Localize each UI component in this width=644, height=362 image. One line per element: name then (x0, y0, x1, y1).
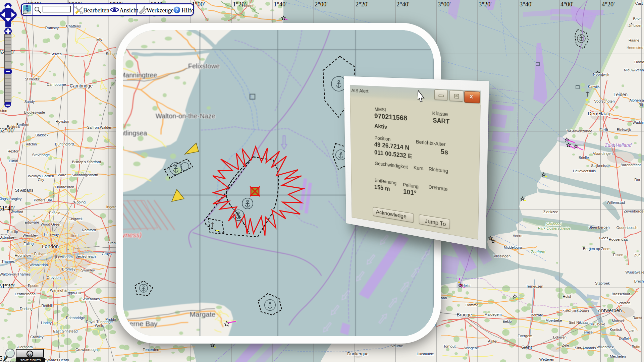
svg-text:Aalter: Aalter (488, 339, 498, 343)
svg-text:Kontich: Kontich (610, 327, 622, 331)
svg-text:Lier: Lier (629, 328, 635, 333)
svg-text:Katwijk: Katwijk (588, 84, 600, 88)
svg-text:Margate: Margate (190, 310, 215, 318)
svg-text:Vlaardingen: Vlaardingen (593, 152, 613, 156)
svg-text:Heist: Heist (462, 284, 470, 288)
svg-text:Hulst: Hulst (562, 294, 571, 298)
svg-text:1°40': 1°40' (274, 1, 286, 8)
svg-text:2°40': 2°40' (396, 1, 409, 8)
svg-text:Ruislip: Ruislip (7, 230, 18, 234)
svg-text:Bishop's Stortford: Bishop's Stortford (72, 160, 101, 164)
svg-text:Ware: Ware (58, 173, 66, 177)
svg-text:Veere: Veere (513, 234, 523, 238)
svg-text:Steenbergen: Steenbergen (589, 225, 610, 229)
svg-text:Hellevoetsluis: Hellevoetsluis (573, 169, 596, 173)
svg-text:Willebroek: Willebroek (596, 345, 614, 349)
svg-text:St Albans: St Albans (15, 188, 34, 193)
svg-text:Cambridge: Cambridge (70, 83, 93, 88)
svg-text:Zelzate: Zelzate (531, 313, 543, 317)
svg-text:Walton-on-Thames: Walton-on-Thames (0, 272, 31, 276)
svg-text:Ealing: Ealing (23, 242, 34, 246)
svg-text:Bexleyheath: Bexleyheath (75, 254, 96, 258)
svg-text:Sandy: Sandy (24, 100, 35, 104)
svg-text:Romford: Romford (82, 228, 96, 232)
svg-text:Waddin: Waddin (633, 120, 644, 124)
svg-text:Beve: Beve (633, 17, 641, 21)
svg-text:Sint-Gillis-Waas: Sint-Gillis-Waas (563, 309, 589, 313)
svg-text:Hexton: Hexton (8, 149, 19, 153)
svg-text:Noordwijk: Noordwijk (593, 72, 609, 76)
svg-text:Horley: Horley (41, 321, 52, 325)
svg-text:Kings Langley: Kings Langley (0, 197, 22, 201)
svg-text:Voorschoten: Voorschoten (594, 99, 614, 103)
svg-text:Stevenage: Stevenage (32, 153, 50, 157)
svg-text:Hoddesdon: Hoddesdon (55, 185, 74, 189)
svg-text:Wimbledon: Wimbledon (29, 263, 48, 267)
svg-text:Ranst: Ranst (633, 316, 642, 320)
svg-text:ryness): ryness) (123, 231, 142, 239)
svg-text:Zeeland: Zeeland (530, 250, 545, 254)
svg-text:51°20': 51°20' (0, 283, 15, 290)
svg-text:Uxbridge: Uxbridge (0, 235, 14, 239)
svg-text:Tenterden: Tenterden (143, 348, 159, 352)
svg-text:?: ? (176, 7, 178, 13)
svg-text:cc: cc (28, 352, 32, 356)
svg-text:Wembley: Wembley (22, 233, 38, 237)
svg-text:Mortsel: Mortsel (612, 319, 624, 323)
svg-text:3°40': 3°40' (520, 1, 532, 8)
svg-text:Sint-Amands: Sint-Amands (575, 346, 596, 350)
svg-text:Brech: Brech (634, 279, 644, 283)
svg-text:Crawley: Crawley (30, 335, 44, 339)
svg-text:Manningtree: Manningtree (123, 71, 157, 79)
svg-text:Vlissingen: Vlissingen (494, 254, 511, 258)
svg-text:Hitchin: Hitchin (25, 142, 37, 146)
svg-text:Eeklo: Eeklo (502, 319, 512, 323)
svg-text:Leatherhead: Leatherhead (15, 292, 36, 296)
svg-text:London: London (42, 243, 59, 249)
svg-text:Maldegem: Maldegem (484, 312, 501, 316)
svg-text:Heemsted: Heemsted (627, 46, 643, 50)
svg-text:Zierikzee: Zierikzee (543, 210, 558, 214)
svg-text:3°00': 3°00' (438, 1, 450, 8)
svg-text:Edenbridge: Edenbridge (66, 316, 85, 320)
svg-text:Holloway: Holloway (44, 233, 59, 237)
svg-text:East Grinstead: East Grinstead (53, 329, 78, 333)
svg-text:Ramsey: Ramsey (45, 26, 59, 30)
svg-text:Horsham: Horsham (18, 345, 33, 349)
svg-text:Baldock: Baldock (35, 133, 49, 137)
svg-text:Evergem: Evergem (518, 334, 532, 338)
svg-text:Bromley: Bromley (62, 267, 76, 271)
svg-text:'s-Gravenzande: 's-Gravenzande (566, 129, 592, 133)
svg-text:2°20': 2°20' (356, 1, 368, 8)
svg-text:Herne Bay: Herne Bay (124, 320, 158, 327)
svg-text:Saffron Walden: Saffron Walden (87, 125, 112, 129)
svg-text:Epping: Epping (74, 200, 86, 204)
svg-text:Wuustwezel: Wuustwezel (625, 270, 644, 274)
svg-text:Park Oosterschelde: Park Oosterschelde (538, 226, 571, 230)
svg-text:Chigwell: Chigwell (68, 217, 83, 221)
svg-text:Bedford: Bedford (16, 123, 30, 127)
svg-text:Brugge: Brugge (457, 312, 472, 317)
svg-text:Barendrecht: Barendrecht (621, 163, 641, 167)
svg-text:Warlingham: Warlingham (50, 288, 69, 292)
svg-text:Biggleswade: Biggleswade (24, 110, 45, 114)
svg-text:Duffel: Duffel (619, 337, 629, 341)
svg-text:Antwerpen: Antwerpen (598, 307, 622, 313)
svg-text:Sevenoaks: Sevenoaks (82, 297, 100, 301)
svg-text:51°40': 51°40' (0, 205, 15, 212)
svg-text:Luton: Luton (9, 159, 18, 163)
svg-text:Wood Green: Wood Green (41, 222, 61, 226)
svg-text:Royston: Royston (56, 119, 69, 123)
svg-text:Dorking: Dorking (20, 307, 33, 311)
svg-text:Leiden: Leiden (613, 92, 628, 97)
svg-text:Felixstowe: Felixstowe (188, 62, 220, 70)
svg-text:Ely: Ely (96, 37, 103, 42)
svg-text:Schoten: Schoten (617, 301, 630, 305)
svg-text:Nieuw-Venn: Nieuw-Venn (624, 68, 644, 72)
svg-text:Roosendaal: Roosendaal (609, 237, 629, 241)
svg-text:Bergen op Zoom: Bergen op Zoom (583, 247, 610, 251)
svg-text:Crowborough: Crowborough (75, 348, 98, 352)
svg-text:Dunkerque: Dunkerque (347, 351, 369, 356)
svg-text:Sawbridgeworth: Sawbridgeworth (72, 173, 98, 177)
svg-text:Stabroek: Stabroek (595, 281, 610, 285)
